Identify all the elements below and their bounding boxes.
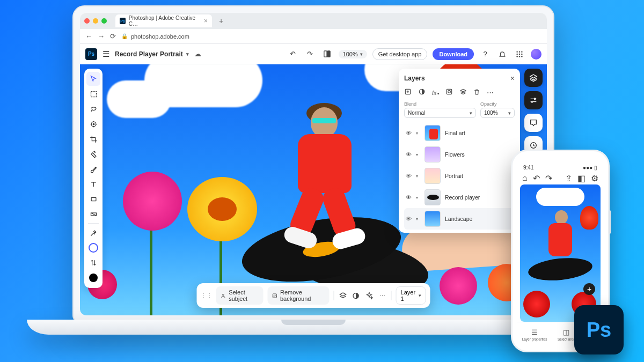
remove-background-button[interactable]: Remove background [267, 286, 329, 305]
layers-icon[interactable]: ◧ [577, 173, 586, 183]
eyedropper-tool[interactable] [86, 226, 100, 240]
chevron-down-icon[interactable]: ▾ [416, 152, 420, 157]
delete-icon[interactable] [473, 88, 480, 97]
menu-icon[interactable]: ☰ [103, 49, 109, 59]
layer-item[interactable]: 👁▾Flowers [404, 144, 515, 165]
swap-swatch-icon[interactable] [86, 256, 100, 270]
visibility-icon[interactable]: 👁 [405, 194, 412, 201]
brush-tool[interactable] [86, 162, 100, 176]
undo-icon[interactable]: ↶ [533, 173, 540, 183]
artwork-flower [187, 177, 257, 241]
opacity-select[interactable]: 100%▾ [480, 108, 515, 118]
account-avatar[interactable] [531, 49, 541, 60]
share-icon[interactable]: ⇪ [565, 173, 572, 183]
photoshop-app-icon: Ps [574, 305, 624, 354]
select-area-button[interactable]: ◫Select area [558, 328, 575, 341]
more-icon[interactable]: ⋯ [378, 290, 387, 301]
workspace: Layers × fx▾ ⋯ Blend Normal▾ [80, 64, 547, 315]
more-icon[interactable]: ⋯ [487, 88, 494, 97]
adjustment-layer-icon[interactable] [445, 88, 453, 97]
group-icon[interactable] [459, 88, 467, 97]
layers-panel: Layers × fx▾ ⋯ Blend Normal▾ [399, 69, 520, 233]
zoom-control[interactable]: 100% ▾ [339, 50, 367, 58]
close-window-icon[interactable] [84, 18, 90, 24]
maximize-window-icon[interactable] [101, 18, 107, 24]
stroke-swatch[interactable] [86, 241, 100, 255]
device-preview-icon[interactable] [321, 48, 333, 60]
layer-name: Final art [445, 130, 465, 136]
blend-label: Blend [404, 101, 476, 107]
visibility-icon[interactable]: 👁 [405, 151, 412, 158]
svg-point-9 [519, 56, 520, 57]
transform-icon[interactable] [338, 290, 347, 301]
chevron-down-icon[interactable]: ▾ [416, 174, 420, 179]
comments-toggle[interactable] [524, 114, 543, 132]
help-icon[interactable]: ? [479, 48, 491, 60]
settings-icon[interactable]: ⚙ [591, 173, 598, 183]
layer-item[interactable]: 👁▾Landscape [404, 208, 515, 230]
new-tab-button[interactable]: + [216, 16, 226, 26]
fx-icon[interactable]: fx▾ [432, 90, 439, 96]
artwork-flower [440, 267, 477, 305]
lasso-tool[interactable] [86, 102, 100, 116]
chevron-down-icon[interactable]: ▾ [416, 195, 420, 200]
gradient-tool[interactable] [86, 207, 100, 221]
notifications-icon[interactable] [496, 48, 508, 60]
forward-icon[interactable]: → [98, 32, 105, 40]
visibility-icon[interactable]: 👁 [405, 216, 412, 222]
layer-thumbnail [425, 189, 441, 205]
layer-item[interactable]: 👁▾Record player [404, 187, 515, 208]
ps-logo-icon[interactable]: Ps [85, 48, 97, 60]
undo-icon[interactable]: ↶ [287, 48, 299, 60]
phone-canvas[interactable]: + [520, 184, 601, 322]
get-desktop-button[interactable]: Get desktop app [372, 48, 428, 60]
layer-thumbnail [425, 168, 441, 184]
back-icon[interactable]: ← [85, 32, 92, 40]
download-button[interactable]: Download [433, 48, 474, 60]
address-field[interactable]: 🔒 photoshop.adobe.com [121, 33, 541, 40]
fill-swatch[interactable] [86, 271, 100, 285]
chevron-down-icon[interactable]: ▾ [416, 131, 420, 136]
adjust-icon[interactable] [352, 290, 361, 301]
redo-icon[interactable]: ↷ [545, 173, 552, 183]
effects-icon[interactable] [365, 290, 374, 301]
layer-item[interactable]: 👁▾Final art [404, 122, 515, 144]
cloud-sync-icon[interactable]: ☁ [194, 50, 201, 58]
reload-icon[interactable]: ⟳ [110, 32, 116, 40]
svg-rect-11 [91, 91, 96, 97]
move-tool[interactable] [86, 72, 100, 86]
close-tab-icon[interactable]: × [204, 17, 208, 25]
marquee-tool[interactable] [86, 87, 100, 101]
crop-tool[interactable] [86, 132, 100, 146]
select-subject-button[interactable]: Select subject [216, 286, 264, 305]
spot-heal-tool[interactable] [86, 147, 100, 161]
adjustments-toggle[interactable] [524, 91, 543, 109]
remove-bg-label: Remove background [280, 289, 325, 302]
layer-item[interactable]: 👁▾Portrait [404, 165, 515, 187]
layer-properties-button[interactable]: ☰Layer properties [522, 328, 547, 341]
laptop-frame: Ps Photoshop | Adobe Creative C… × + ← →… [72, 5, 554, 323]
apps-grid-icon[interactable] [514, 48, 525, 60]
shape-tool[interactable] [86, 192, 100, 206]
active-layer-select[interactable]: Layer 1▾ [396, 286, 426, 305]
add-fab-button[interactable]: + [583, 283, 595, 295]
app-toolbar: Ps ☰ Record Player Portrait ▾ ☁ ↶ ↷ 100%… [80, 44, 547, 64]
visibility-icon[interactable]: 👁 [405, 173, 412, 179]
drag-handle-icon[interactable]: ⋮⋮ [201, 290, 212, 301]
type-tool[interactable] [86, 177, 100, 191]
blend-mode-select[interactable]: Normal▾ [404, 108, 476, 118]
browser-tab[interactable]: Ps Photoshop | Adobe Creative C… × [115, 14, 212, 27]
redo-icon[interactable]: ↷ [304, 48, 316, 60]
mask-icon[interactable] [418, 88, 426, 97]
quick-select-tool[interactable] [86, 117, 100, 131]
layers-toggle[interactable] [524, 69, 543, 87]
close-icon[interactable]: × [510, 74, 515, 83]
svg-point-4 [521, 51, 522, 52]
add-layer-icon[interactable] [404, 88, 412, 97]
minimize-window-icon[interactable] [93, 18, 98, 24]
visibility-icon[interactable]: 👁 [405, 130, 412, 136]
chevron-down-icon[interactable]: ▾ [416, 217, 420, 221]
home-icon[interactable]: ⌂ [522, 173, 528, 183]
browser-tabstrip: Ps Photoshop | Adobe Creative C… × + [80, 13, 547, 29]
document-name[interactable]: Record Player Portrait ▾ [115, 50, 189, 58]
